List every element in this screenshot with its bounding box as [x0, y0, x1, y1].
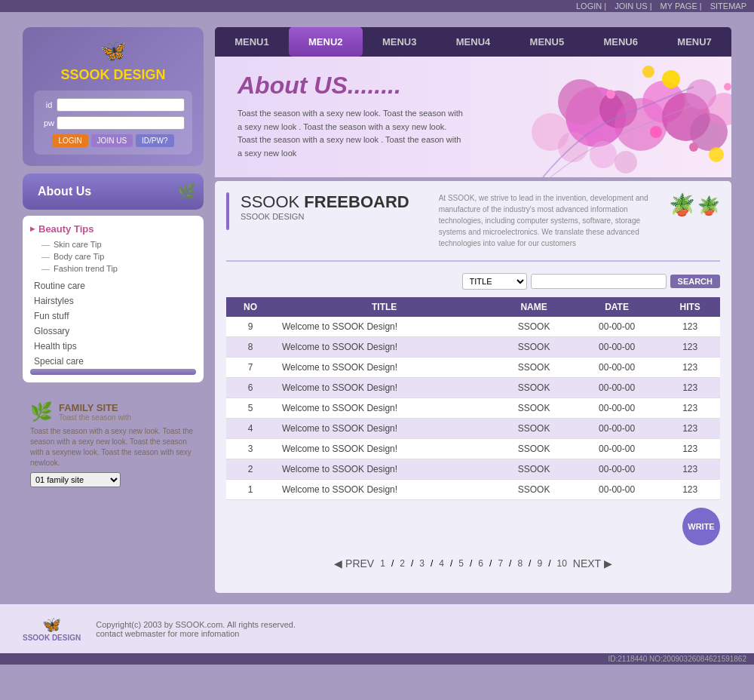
cell-date: 00-00-00 [574, 358, 661, 378]
search-button[interactable]: SEARCH [670, 275, 720, 288]
cell-hits: 123 [660, 317, 720, 337]
page-7[interactable]: 7 [495, 557, 506, 570]
mypage-link[interactable]: MY PAGE [661, 2, 697, 11]
menu-glossary[interactable]: Glossary [30, 324, 196, 339]
table-row: 3 Welcome to SSOOK Design! SSOOK 00-00-0… [226, 439, 720, 459]
col-no: NO [226, 297, 274, 317]
submenu-fashion[interactable]: Fashion trend Tip [41, 262, 196, 275]
prev-link[interactable]: ◀ PREV [334, 557, 374, 570]
joinus-link[interactable]: JOIN US [615, 2, 647, 11]
col-hits: HITS [660, 297, 720, 317]
cell-title[interactable]: Welcome to SSOOK Design! [274, 378, 494, 398]
freeboard-header: SSOOK FREEBOARD SSOOK DESIGN At SSOOK, w… [226, 192, 720, 262]
cell-date: 00-00-00 [574, 439, 661, 459]
family-site-subtitle: Toast the season with [59, 413, 131, 422]
brand-highlight: DESIGN [114, 67, 166, 82]
table-row: 6 Welcome to SSOOK Design! SSOOK 00-00-0… [226, 378, 720, 398]
cell-title[interactable]: Welcome to SSOOK Design! [274, 419, 494, 439]
page-3[interactable]: 3 [416, 557, 428, 570]
page-6[interactable]: 6 [475, 557, 486, 570]
cell-no: 7 [226, 358, 274, 378]
page-9[interactable]: 9 [534, 557, 545, 570]
next-link[interactable]: NEXT ▶ [573, 557, 612, 570]
nav-menu1[interactable]: MENU1 [215, 27, 289, 57]
cell-title[interactable]: Welcome to SSOOK Design! [274, 480, 494, 500]
cell-no: 5 [226, 398, 274, 419]
sidebar-logo: 🦋 SSOOK DESIGN id pw LOGIN JOIN US ID/PW… [23, 27, 204, 166]
freeboard-title-block: SSOOK FREEBOARD SSOOK DESIGN [241, 192, 409, 221]
cell-name: SSOOK [494, 378, 573, 398]
footer-logo: 🦋 SSOOK DESIGN [23, 616, 81, 642]
submenu-bodycare[interactable]: Body care Tip [41, 250, 196, 262]
page-2[interactable]: 2 [397, 557, 408, 570]
cell-title[interactable]: Welcome to SSOOK Design! [274, 398, 494, 419]
submenu-skincare[interactable]: Skin care Tip [41, 238, 196, 250]
page-5[interactable]: 5 [455, 557, 467, 570]
sidebar-about[interactable]: About Us 🌿 [23, 173, 204, 210]
cell-title[interactable]: Welcome to SSOOK Design! [274, 358, 494, 378]
data-table: NO TITLE NAME DATE HITS 9 Welcome to SSO… [226, 297, 720, 500]
menu-section-beauty-tips[interactable]: Beauty Tips [30, 223, 196, 235]
table-row: 9 Welcome to SSOOK Design! SSOOK 00-00-0… [226, 317, 720, 337]
cell-date: 00-00-00 [574, 419, 661, 439]
joinus-button[interactable]: JOIN US [91, 134, 133, 147]
nav-menu7[interactable]: MENU7 [657, 27, 731, 57]
cell-no: 4 [226, 419, 274, 439]
svg-point-19 [724, 83, 731, 91]
menu-special-care[interactable]: Special care [30, 354, 196, 369]
search-input[interactable] [531, 274, 667, 289]
id-label: id [41, 100, 57, 109]
family-site: 🌿 FAMILY SITE Toast the season with Toas… [23, 394, 204, 495]
nav-menu3[interactable]: MENU3 [363, 27, 437, 57]
sidebar: 🦋 SSOOK DESIGN id pw LOGIN JOIN US ID/PW… [23, 27, 204, 593]
menu-fun-stuff[interactable]: Fun stuff [30, 309, 196, 324]
login-buttons: LOGIN JOIN US ID/PW? [41, 134, 185, 147]
cell-hits: 123 [660, 459, 720, 480]
idpw-button[interactable]: ID/PW? [136, 134, 173, 147]
page-10[interactable]: 10 [553, 557, 569, 570]
svg-point-15 [709, 147, 724, 162]
cell-title[interactable]: Welcome to SSOOK Design! [274, 439, 494, 459]
footer: 🦋 SSOOK DESIGN Copyright(c) 2003 by SSOO… [0, 604, 754, 653]
flower-svg [354, 57, 731, 177]
page-4[interactable]: 4 [436, 557, 447, 570]
cell-date: 00-00-00 [574, 378, 661, 398]
footer-contact: contact webmaster for more infomation [96, 629, 296, 638]
nav-menu6[interactable]: MENU6 [584, 27, 657, 57]
cell-hits: 123 [660, 378, 720, 398]
search-dropdown[interactable]: TITLE NAME CONTENT [462, 273, 527, 290]
pw-input[interactable] [57, 116, 185, 130]
table-row: 2 Welcome to SSOOK Design! SSOOK 00-00-0… [226, 459, 720, 480]
footer-butterfly-icon: 🦋 [23, 616, 81, 634]
write-button[interactable]: WRITE [682, 508, 720, 545]
svg-point-1 [558, 79, 603, 124]
login-button[interactable]: LOGIN [52, 134, 87, 147]
id-input[interactable] [57, 98, 185, 112]
page-1[interactable]: 1 [377, 557, 388, 570]
freeboard-title: SSOOK FREEBOARD [241, 192, 409, 212]
nav-menu5[interactable]: MENU5 [510, 27, 584, 57]
col-title: TITLE [274, 297, 494, 317]
cell-title[interactable]: Welcome to SSOOK Design! [274, 459, 494, 480]
sitemap-link[interactable]: SITEMAP [710, 2, 746, 11]
nav-menu2[interactable]: MENU2 [289, 27, 363, 57]
svg-point-11 [590, 141, 617, 168]
menu-health-tips[interactable]: Health tips [30, 339, 196, 354]
family-site-icon: 🌿 [30, 401, 53, 422]
family-site-select[interactable]: 01 family site 02 family site 03 family … [30, 472, 121, 487]
cell-no: 1 [226, 480, 274, 500]
cell-title[interactable]: Welcome to SSOOK Design! [274, 337, 494, 358]
menu-hairstyles[interactable]: Hairstyles [30, 293, 196, 309]
cell-no: 6 [226, 378, 274, 398]
login-link[interactable]: LOGIN [576, 2, 602, 11]
freeboard-title-text: SSOOK [241, 192, 304, 211]
cell-date: 00-00-00 [574, 317, 661, 337]
page-8[interactable]: 8 [514, 557, 526, 570]
submenu: Skin care Tip Body care Tip Fashion tren… [41, 238, 196, 275]
menu-routine-care[interactable]: Routine care [30, 278, 196, 293]
cell-title[interactable]: Welcome to SSOOK Design! [274, 317, 494, 337]
cell-hits: 123 [660, 398, 720, 419]
pw-field: pw [41, 116, 185, 130]
nav-menu4[interactable]: MENU4 [437, 27, 510, 57]
cell-hits: 123 [660, 480, 720, 500]
